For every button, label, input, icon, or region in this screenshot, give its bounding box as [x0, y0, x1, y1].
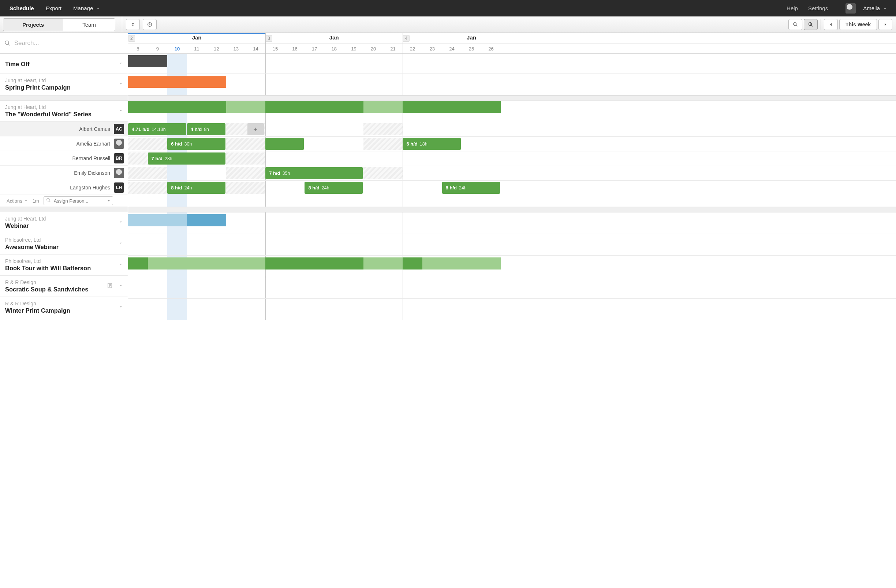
nav-manage[interactable]: Manage: [67, 1, 107, 16]
day-header[interactable]: 15: [265, 44, 285, 54]
project-client: R & R Design: [5, 280, 107, 285]
day-header[interactable]: 22: [402, 44, 422, 54]
schedule-bar[interactable]: [187, 214, 226, 226]
day-header[interactable]: 9: [148, 44, 168, 54]
timeline-row[interactable]: [128, 195, 896, 207]
day-header[interactable]: 13: [226, 44, 246, 54]
day-header[interactable]: 11: [187, 44, 207, 54]
timeline-row[interactable]: 7 h/d28h: [128, 151, 896, 166]
project-row-time-off[interactable]: Time Off: [0, 54, 128, 74]
zoom-in-button[interactable]: [804, 19, 818, 30]
day-header[interactable]: 23: [422, 44, 442, 54]
day-header[interactable]: 14: [246, 44, 266, 54]
person-avatar: LH: [114, 182, 124, 193]
schedule-bar[interactable]: [422, 257, 501, 269]
schedule-bar[interactable]: 6 h/d30h: [167, 138, 226, 150]
view-projects-button[interactable]: Projects: [3, 19, 63, 31]
timeline-row[interactable]: 8 h/d24h8 h/d24h8 h/d24h: [128, 181, 896, 195]
project-row-winter[interactable]: R & R Design Winter Print Campaign: [0, 297, 128, 318]
schedule-bar[interactable]: 7 h/d35h: [265, 167, 363, 179]
project-row-booktour[interactable]: Philosofree, Ltd Book Tour with Will Bat…: [0, 255, 128, 276]
project-row-awesome[interactable]: Philosofree, Ltd Awesome Webinar: [0, 233, 128, 255]
schedule-bar[interactable]: [128, 257, 148, 269]
schedule-bar[interactable]: [128, 55, 167, 67]
person-row[interactable]: Albert Camus AC: [0, 122, 128, 137]
assign-person-input[interactable]: [53, 198, 105, 204]
timeline-row[interactable]: [128, 101, 896, 122]
day-header[interactable]: 8: [128, 44, 148, 54]
timeline-row[interactable]: [128, 277, 896, 299]
timeline-row[interactable]: 7 h/d35h: [128, 166, 896, 181]
assign-person-combo[interactable]: [44, 196, 113, 205]
schedule-bar[interactable]: [148, 257, 266, 269]
this-week-button[interactable]: This Week: [839, 19, 877, 30]
timeline-row[interactable]: [128, 255, 896, 277]
day-header[interactable]: 10: [167, 44, 187, 54]
timeline-row[interactable]: [128, 213, 896, 234]
day-header[interactable]: 26: [481, 44, 501, 54]
day-header[interactable]: 18: [324, 44, 344, 54]
person-row[interactable]: Amelia Earhart: [0, 137, 128, 151]
expand-all-button[interactable]: [126, 19, 140, 30]
day-header[interactable]: 21: [383, 44, 403, 54]
day-header[interactable]: 16: [285, 44, 305, 54]
timeline-row[interactable]: 4.71 h/d14.13h4 h/d8h: [128, 122, 896, 137]
schedule-bar[interactable]: 8 h/d24h: [167, 182, 226, 194]
schedule-bar[interactable]: 4 h/d8h: [187, 123, 226, 135]
person-row[interactable]: Bertrand Russell BR: [0, 151, 128, 166]
user-menu[interactable]: Amelia: [858, 2, 893, 14]
next-period-button[interactable]: [878, 19, 892, 30]
schedule-bar[interactable]: [265, 138, 304, 150]
actions-menu[interactable]: Actions: [7, 198, 28, 204]
add-allocation-button[interactable]: [247, 123, 264, 135]
schedule-bar[interactable]: [363, 257, 402, 269]
project-row-wonderful[interactable]: Jung at Heart, Ltd The "Wonderful World"…: [0, 100, 128, 122]
schedule-bar[interactable]: [128, 214, 187, 226]
project-client: Jung at Heart, Ltd: [5, 77, 115, 84]
schedule-bar[interactable]: [128, 76, 226, 88]
timeline-row[interactable]: 6 h/d30h6 h/d18h: [128, 137, 896, 151]
schedule-bar[interactable]: 8 h/d24h: [305, 182, 363, 194]
day-header[interactable]: 12: [206, 44, 226, 54]
schedule-bar[interactable]: 8 h/d24h: [442, 182, 500, 194]
schedule-bar[interactable]: [226, 101, 265, 113]
view-team-button[interactable]: Team: [63, 19, 115, 31]
timeline-row[interactable]: [128, 234, 896, 255]
day-header[interactable]: 17: [305, 44, 324, 54]
time-mode-button[interactable]: [143, 19, 157, 30]
project-row-socratic[interactable]: R & R Design Socratic Soup & Sandwiches: [0, 276, 128, 297]
person-row[interactable]: Emily Dickinson: [0, 166, 128, 180]
prev-period-button[interactable]: [824, 19, 838, 30]
schedule-bar[interactable]: [128, 101, 226, 113]
project-row-spring[interactable]: Jung at Heart, Ltd Spring Print Campaign: [0, 74, 128, 95]
schedule-bar[interactable]: [363, 101, 402, 113]
timeline-row[interactable]: [128, 299, 896, 320]
app-top-bar: Schedule Export Manage Help Settings Ame…: [0, 0, 896, 17]
zoom-out-button[interactable]: [788, 19, 802, 30]
schedule-bar[interactable]: 7 h/d28h: [148, 152, 226, 164]
day-header[interactable]: 24: [442, 44, 462, 54]
schedule-bar[interactable]: 6 h/d18h: [402, 138, 461, 150]
timeline-body[interactable]: 4.71 h/d14.13h4 h/d8h 6 h/d30h6 h/d18h7 …: [128, 54, 896, 320]
person-row[interactable]: Langston Hughes LH: [0, 180, 128, 195]
assign-dropdown-toggle[interactable]: [105, 197, 113, 205]
schedule-bar[interactable]: [265, 257, 363, 269]
schedule-bar[interactable]: [402, 101, 422, 113]
search-input[interactable]: [14, 39, 123, 47]
day-header[interactable]: 25: [462, 44, 481, 54]
nav-help[interactable]: Help: [782, 2, 803, 14]
user-avatar[interactable]: [846, 3, 856, 14]
profile-icon[interactable]: [833, 5, 843, 12]
project-row-webinar[interactable]: Jung at Heart, Ltd Webinar: [0, 212, 128, 233]
day-header[interactable]: 20: [363, 44, 383, 54]
day-header[interactable]: 19: [344, 44, 364, 54]
schedule-bar[interactable]: [422, 101, 501, 113]
schedule-bar[interactable]: [402, 257, 422, 269]
nav-export[interactable]: Export: [40, 1, 67, 16]
timeline-row[interactable]: [128, 74, 896, 96]
schedule-bar[interactable]: [265, 101, 363, 113]
nav-schedule[interactable]: Schedule: [4, 1, 40, 16]
nav-settings[interactable]: Settings: [803, 2, 833, 14]
schedule-bar[interactable]: 4.71 h/d14.13h: [128, 123, 186, 135]
timeline-row[interactable]: [128, 54, 896, 74]
